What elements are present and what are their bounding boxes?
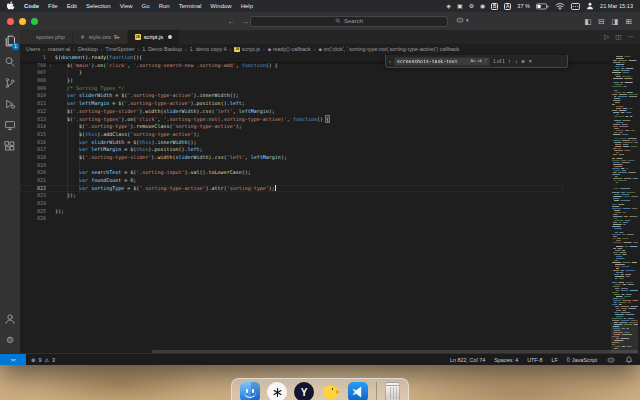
menu-item-code[interactable]: Code [24, 3, 39, 9]
apple-menu-icon[interactable] [7, 1, 15, 11]
menubar-clock[interactable]: 21 Mar 15:13 [600, 3, 633, 9]
code-line-817[interactable]: 817 var leftMargin = $(this).position().… [20, 146, 563, 154]
menu-item-terminal[interactable]: Terminal [179, 3, 202, 9]
go-forward-button[interactable]: → [242, 18, 249, 25]
menu-item-file[interactable]: File [48, 3, 58, 9]
menu-item-edit[interactable]: Edit [67, 3, 77, 9]
line-number[interactable]: 824 [20, 200, 46, 208]
activity-bar-extensions-icon[interactable] [3, 139, 17, 153]
activity-bar-settings-icon[interactable]: ⚙ [3, 333, 17, 347]
activity-bar-remote-explorer-icon[interactable] [3, 118, 17, 132]
code-line-809[interactable]: 809 /* Sorting Types */ [20, 85, 563, 93]
go-back-button[interactable]: ← [228, 18, 235, 25]
code-line-824[interactable]: 824 [20, 200, 563, 208]
menubar-app-icon-1[interactable]: ◈ [446, 3, 451, 9]
activity-bar-search-icon[interactable] [3, 55, 17, 69]
statusbar-eol[interactable]: LF [551, 357, 557, 363]
more-actions-button[interactable]: ⋯ [628, 33, 635, 41]
previous-match-button[interactable]: ↑ [508, 58, 511, 64]
dock-trash-icon[interactable] [385, 382, 400, 400]
regex-toggle[interactable]: .* [484, 59, 487, 63]
menubar-app-icon-b[interactable]: B [491, 3, 498, 10]
breadcrumb-item[interactable]: 1. Demo Backup [142, 46, 182, 52]
statusbar-encoding[interactable]: UTF-8 [527, 357, 542, 363]
command-center-search[interactable]: Search [250, 16, 448, 27]
line-number[interactable]: 812 [20, 108, 46, 116]
breadcrumb-item[interactable]: Users [26, 46, 40, 52]
dock-finder-icon[interactable] [240, 382, 260, 400]
activity-bar-run-debug-icon[interactable] [3, 97, 17, 111]
minimap-slider[interactable] [611, 322, 638, 353]
toggle-panel-icon[interactable]: ⊟ [598, 17, 604, 26]
line-number[interactable]: 814 [20, 123, 46, 131]
code-line-813[interactable]: 813 $('.sorting-types').on('click', '.so… [20, 116, 563, 124]
whole-word-toggle[interactable]: ab [478, 59, 483, 63]
find-input[interactable]: screenshots-task-text Aaab.* [394, 57, 490, 66]
find-collapse-chevron-icon[interactable]: › [389, 58, 391, 64]
code-line-823[interactable]: 823 }); [20, 192, 563, 200]
menubar-app-icon-3[interactable]: ⚙ [469, 3, 474, 9]
breadcrumb-item[interactable]: JSscript.js [234, 46, 260, 52]
code-line-811[interactable]: 811 var leftMargin = $('.sorting-type-ac… [20, 100, 563, 108]
wifi-icon[interactable] [555, 2, 565, 10]
activity-bar-source-control-icon[interactable] [3, 76, 17, 90]
input-menu-icon[interactable] [571, 3, 580, 10]
code-line-819[interactable]: 819 [20, 162, 563, 170]
tab-style-css[interactable]: #style.css9+ [73, 30, 128, 44]
line-number[interactable]: 1 [20, 54, 46, 62]
menu-item-view[interactable]: View [120, 3, 133, 9]
dock-y-app-icon[interactable]: Y [294, 382, 314, 400]
split-editor-button[interactable]: ◫ [615, 33, 621, 41]
breadcrumb-item[interactable]: ◆ready() callback [268, 46, 311, 52]
breadcrumb-item[interactable]: Desktop [78, 46, 98, 52]
line-number[interactable]: 819 [20, 162, 46, 170]
menubar-app-icon-2[interactable]: ▣ [457, 3, 463, 9]
breadcrumb-item[interactable]: TimeSpotter [105, 46, 134, 52]
activity-bar-explorer-icon[interactable]: 1 [3, 34, 17, 48]
statusbar-cursor-position[interactable]: Ln 822, Col 74 [450, 357, 485, 363]
code-line-818[interactable]: 818 $('.sorting-type-slider').width(slid… [20, 154, 563, 162]
line-number[interactable]: 816 [20, 139, 46, 147]
activity-bar-accounts-icon[interactable] [3, 312, 17, 326]
dock-cyberduck-icon[interactable] [321, 382, 341, 400]
code-editor[interactable]: 798› $('main').on('click', '.sorting-sea… [20, 54, 640, 353]
dock-vscode-icon[interactable] [348, 382, 368, 400]
code-line-820[interactable]: 820 var searchText = $('.sorting-input')… [20, 169, 563, 177]
menu-item-selection[interactable]: Selection [86, 3, 111, 9]
code-line-816[interactable]: 816 var sliderWidth = $(this).innerWidth… [20, 139, 563, 147]
code-line-825[interactable]: 825}); [20, 208, 563, 216]
match-case-toggle[interactable]: Aa [470, 59, 475, 63]
code-line-826[interactable]: 826 [20, 215, 563, 223]
menu-item-go[interactable]: Go [142, 3, 150, 9]
line-number[interactable]: 823 [20, 192, 46, 200]
line-number[interactable]: 798 [20, 62, 46, 70]
menu-item-run[interactable]: Run [159, 3, 170, 9]
user-menu-icon[interactable] [586, 2, 594, 10]
menu-item-window[interactable]: Window [210, 3, 231, 9]
code-line-821[interactable]: 821 var foundCount = 0; [20, 177, 563, 185]
minimap[interactable] [611, 54, 638, 353]
customize-layout-icon[interactable]: ⊞ [626, 17, 632, 26]
horizontal-scrollbar[interactable] [152, 350, 638, 353]
line-number[interactable]: 818 [20, 154, 46, 162]
minimize-window-button[interactable] [19, 18, 26, 25]
tab-spotter-php[interactable]: spotter.php [20, 30, 73, 44]
line-number[interactable]: 811 [20, 100, 46, 108]
menubar-app-icon-a[interactable]: A [504, 3, 511, 10]
menubar-app-icon-4[interactable]: ◉ [480, 3, 485, 9]
close-window-button[interactable] [7, 18, 14, 25]
line-number[interactable]: 815 [20, 131, 46, 139]
line-number[interactable]: 808 [20, 77, 46, 85]
statusbar-language-mode[interactable]: {}JavaScript [567, 357, 597, 363]
notifications-bell-icon[interactable] [625, 356, 633, 364]
find-in-selection-button[interactable]: ≡ [522, 58, 525, 64]
statusbar-indentation[interactable]: Spaces: 4 [494, 357, 518, 363]
line-number[interactable]: 821 [20, 177, 46, 185]
remote-indicator-button[interactable]: >< [0, 354, 26, 365]
toggle-secondary-sidebar-icon[interactable]: ◨ [612, 17, 619, 26]
fold-collapsed-icon[interactable]: › [46, 62, 55, 70]
line-number[interactable]: 822 [20, 185, 46, 193]
line-number[interactable]: 809 [20, 85, 46, 93]
unsaved-changes-dot[interactable] [168, 35, 172, 39]
close-find-button[interactable]: × [529, 58, 532, 64]
